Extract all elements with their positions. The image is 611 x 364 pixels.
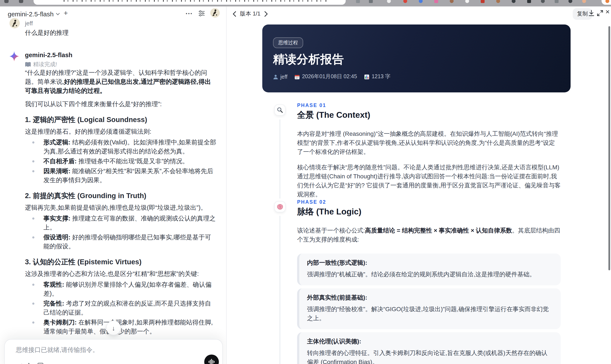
bookmark-icon (37, 363, 43, 364)
browser-back-icon[interactable] (4, 0, 9, 3)
phase1-icon-card (274, 104, 286, 116)
extension-icon[interactable] (527, 0, 531, 3)
list-item: 形式逻辑: 结构必须有效(Valid)。比如演绎推理中,如果前提全部为真,那么通… (25, 138, 217, 156)
extension-icon[interactable] (582, 0, 586, 3)
list-item: 客观性: 能够识别并尽量排除个人偏见(如幸存者偏差、确认偏差)。 (25, 280, 217, 298)
user-avatar[interactable] (210, 8, 220, 18)
extension-icon[interactable] (369, 0, 373, 3)
phase2-lead: 该论述基于一个核心公式:高质量结论 = 结构完整性 × 事实准确性 × 认知自律… (297, 226, 561, 244)
close-panel-button[interactable]: × (605, 8, 610, 16)
list-item: 完备性: 考虑了对立的观点和潜在的反证,而不是只选择支持自己结论的证据。 (25, 299, 217, 317)
previous-version-button[interactable] (233, 11, 236, 16)
bookmark-button[interactable] (37, 363, 43, 364)
assistant-status-text: 精读完成! (33, 61, 57, 68)
section-2-lead: 逻辑再完美,如果前提是错误的,推理也是垃圾(即“垃圾进,垃圾出”)。 (25, 203, 217, 212)
book-icon (25, 62, 31, 67)
expand-icon (597, 10, 603, 16)
extension-icon[interactable] (387, 0, 391, 3)
date-meta: 2026年01月08日 02:45 (295, 73, 357, 80)
chevron-right-icon (264, 11, 268, 16)
list-item: 事实支撑: 推理建立在可靠的数据、准确的观测或公认的真理之上。 (25, 214, 217, 232)
overview-line: 我们可以从以下四个维度来衡量什么是“好的推理”: (25, 100, 217, 109)
message-composer[interactable]: 思维接口已就绪,请传输指令。 + (4, 339, 223, 364)
extension-icon[interactable] (356, 0, 360, 3)
version-label: 版本 1/1 (240, 10, 260, 18)
download-icon (588, 10, 595, 17)
phase1-paragraph-1: 本内容是对“推理 (Reasoning)”这一抽象概念的高层建模。在知识爆炸与人… (297, 129, 561, 156)
section-3-list: 客观性: 能够识别并尽量排除个人偏见(如幸存者偏差、确认偏差)。 完备性: 考虑… (25, 280, 217, 336)
chevron-down-icon (56, 13, 60, 15)
more-options-button[interactable]: ••• (186, 11, 193, 16)
section-3-lead: 这涉及推理者的心态和方法论,也是区分“杠精”和“思想家”的关键: (25, 270, 217, 278)
extension-icon[interactable] (541, 0, 545, 3)
assistant-message-author: gemini-2.5-flash (25, 52, 72, 58)
phase1-section: PHASE 01 全景 (The Context) 本内容是对“推理 (Reas… (297, 103, 561, 199)
scrollbar-thumb[interactable] (608, 26, 610, 270)
avatar-figure-icon (212, 9, 218, 17)
extension-icon[interactable] (465, 0, 469, 3)
sparkle-diamonds-icon (25, 363, 32, 364)
assistant-markdown: “什么是好的推理?”这是一个涉及逻辑学、认知科学和哲学核心的问题。简单来说,好的… (25, 68, 217, 364)
attach-button[interactable]: + (13, 362, 17, 364)
report-badge: 思维过程 (273, 37, 303, 48)
extension-icon[interactable] (419, 0, 423, 3)
next-version-button[interactable] (264, 11, 268, 16)
gemini-star-icon (10, 51, 19, 62)
report-hero-card: 思维过程 精读分析报告 jeff 2026年01月08日 02:45 1213 … (262, 25, 571, 92)
phase1-paragraph-2: 核心情境在于解决“思考的随意性”问题。不论是人类通过批判性思维进行决策,还是大语… (297, 163, 561, 199)
section-3-heading: 3. 认知的公正性 (Epistemic Virtues) (25, 257, 217, 266)
magnifier-icon (277, 107, 283, 113)
chat-panel: gemini-2.5-flash + ••• (0, 6, 226, 364)
down-arrow-icon: ↓ (112, 324, 115, 332)
list-item: 因果清晰: 能准确区分“相关性”和“因果关系”,不会轻率地将先后发生的事情归为因… (25, 167, 217, 185)
calendar-icon (295, 74, 300, 79)
phase2-icon-card (274, 201, 286, 212)
settings-sliders-button[interactable] (198, 10, 205, 17)
avatar-figure-icon (11, 19, 18, 27)
composer-placeholder: 思维接口已就绪,请传输指令。 (16, 346, 99, 354)
phase1-kicker: PHASE 01 (297, 103, 561, 108)
extension-icon[interactable] (434, 0, 438, 3)
timeline-connector (279, 119, 280, 198)
user-message-text: 什么是好的推理 (25, 29, 68, 37)
person-icon (273, 74, 278, 79)
extension-icon[interactable] (481, 0, 485, 3)
browser-apps-icon[interactable] (19, 0, 23, 3)
phase2-section: PHASE 02 脉络 (The Logic) 该论述基于一个核心公式:高质量结… (297, 199, 561, 364)
fullscreen-button[interactable] (597, 10, 603, 16)
core-formula: 高质量结论 = 结构完整性 × 事实准确性 × 认知自律系数 (365, 227, 512, 234)
extension-icon[interactable] (496, 0, 500, 3)
new-chat-button[interactable]: + (64, 9, 68, 18)
timeline-connector (279, 216, 280, 364)
clipped-url-text (64, 0, 329, 2)
section-1-list: 形式逻辑: 结构必须有效(Valid)。比如演绎推理中,如果前提全部为真,那么通… (25, 138, 217, 185)
list-item: 奥卡姆剃刀: 在解释同一个现象时,如果两种推理都能站得住脚,通常倾向于最简单、假… (25, 318, 217, 336)
version-navigator: 版本 1/1 (233, 10, 268, 18)
dimension-card: 外部真实性(前提基础): 强调推理的“经验校准”。解决“GIGO(垃圾进,垃圾出… (297, 288, 561, 329)
extension-icon[interactable] (450, 0, 454, 3)
list-item: 不自相矛盾: 推理链条中不能出现“既是又非”的情况。 (25, 157, 217, 166)
dimension-cards: 内部一致性(形式逻辑): 强调推理的“机械正确”。结论必须在给定的规则系统内逻辑… (297, 254, 561, 364)
word-count-meta: 1213 字 (364, 73, 391, 80)
download-button[interactable] (588, 10, 595, 17)
waveform-icon (208, 358, 215, 364)
model-selector[interactable]: gemini-2.5-flash (8, 10, 60, 18)
browser-omnibox[interactable] (34, 0, 346, 5)
author-meta: jeff (273, 74, 287, 80)
composer-divider (22, 363, 22, 364)
phase2-kicker: PHASE 02 (297, 199, 561, 205)
assistant-status: 精读完成! (25, 61, 57, 68)
bar-chart-icon (364, 74, 370, 79)
extension-icon[interactable] (512, 0, 516, 3)
extension-icon[interactable] (555, 0, 558, 3)
extension-icon[interactable] (403, 0, 407, 3)
sliders-icon (198, 10, 205, 17)
scroll-to-bottom-button[interactable]: ↓ (106, 321, 121, 335)
user-message-author: jeff (25, 20, 33, 27)
voice-input-button[interactable] (204, 354, 219, 364)
dimension-card: 内部一致性(形式逻辑): 强调推理的“机械正确”。结论必须在给定的规则系统内逻辑… (297, 254, 561, 285)
extension-icon[interactable] (569, 0, 572, 3)
chevron-left-icon (233, 11, 236, 16)
brain-icon (277, 204, 283, 209)
skills-sparkle-button[interactable] (25, 363, 32, 364)
